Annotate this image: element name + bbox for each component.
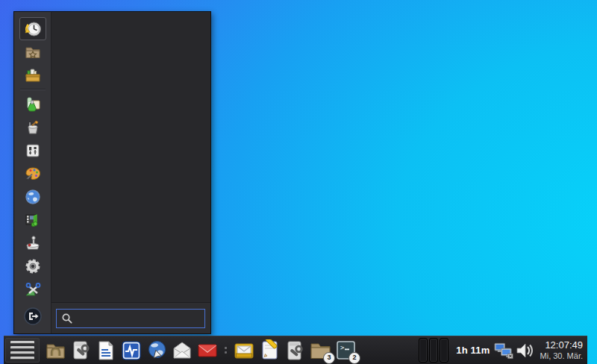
desktop-pager xyxy=(419,338,448,363)
svg-text:>: > xyxy=(340,344,345,351)
toolbox-icon xyxy=(24,66,42,84)
scissors-icon xyxy=(24,280,42,298)
launcher-file-search[interactable] xyxy=(283,339,307,363)
home-folder-icon xyxy=(45,339,66,361)
launcher-text-editor[interactable] xyxy=(257,339,281,363)
system-monitor-icon xyxy=(121,340,142,361)
globe-icon xyxy=(24,188,42,206)
clock-applet[interactable]: 12:07:49 Mi, 30. Mär. xyxy=(538,339,585,363)
app-menu-search-row xyxy=(51,303,210,333)
sidebar-item-internet[interactable] xyxy=(19,185,46,208)
launcher-mail-client[interactable] xyxy=(196,339,219,363)
sidebar-item-utilities[interactable] xyxy=(19,277,46,301)
pager-desktop-2[interactable] xyxy=(429,338,438,363)
launcher-mail-inbox[interactable] xyxy=(232,339,256,363)
sidebar-item-graphics[interactable] xyxy=(19,162,46,185)
app-menu-button[interactable] xyxy=(5,338,40,363)
app-menu-list-viewport xyxy=(51,12,210,303)
mail-tray-icon xyxy=(233,339,255,362)
app-menu-sidebar xyxy=(14,12,51,333)
launcher-file-manager[interactable]: 3 xyxy=(308,339,332,363)
sidebar-item-all-applications[interactable] xyxy=(19,63,46,87)
launcher-system-tool[interactable] xyxy=(69,339,93,363)
launcher-terminal[interactable]: > 2 xyxy=(334,339,357,363)
search-input[interactable] xyxy=(73,313,204,324)
sidebar-item-settings[interactable] xyxy=(19,139,46,162)
launcher-home-folder[interactable] xyxy=(43,339,67,363)
clock-time: 12:07:49 xyxy=(540,340,583,351)
sidebar-item-favorites[interactable] xyxy=(19,40,46,63)
clock-date: Mi, 30. Mär. xyxy=(540,351,583,361)
red-envelope-icon xyxy=(196,339,219,362)
panel-separator-handle xyxy=(225,347,227,354)
launcher-libreoffice[interactable] xyxy=(94,339,118,363)
gear-icon xyxy=(24,257,42,275)
sidebar-item-education-science[interactable] xyxy=(19,92,46,116)
app-menu-popup xyxy=(13,11,211,334)
network-monitor-icon[interactable] xyxy=(494,341,513,360)
favorites-folder-icon xyxy=(24,43,42,61)
pager-desktop-3[interactable] xyxy=(440,338,448,363)
drive-wrench-icon xyxy=(70,339,92,361)
launcher-web-browser[interactable] xyxy=(145,339,169,363)
libreoffice-document-icon xyxy=(96,340,116,361)
control-panel-icon xyxy=(24,142,42,160)
palette-icon xyxy=(24,165,42,183)
launcher-mail-open[interactable] xyxy=(170,339,194,363)
filmstrip-note-icon xyxy=(24,211,42,229)
sidebar-item-multimedia[interactable] xyxy=(19,208,46,231)
notepad-pencil-icon xyxy=(259,339,281,361)
sidebar-item-system[interactable] xyxy=(19,254,46,277)
sidebar-item-logout[interactable] xyxy=(19,304,46,327)
paint-bucket-icon xyxy=(24,119,42,136)
app-menu-content xyxy=(51,12,210,333)
joystick-icon xyxy=(24,234,42,252)
search-icon xyxy=(61,313,73,324)
sidebar-item-look-and-feel[interactable] xyxy=(19,116,46,139)
logout-icon xyxy=(23,307,43,326)
panel-tray: 1h 11m 12:07:49 Mi, 30. Mär. xyxy=(419,336,587,364)
pager-desktop-1[interactable] xyxy=(419,338,428,363)
launcher-system-monitor[interactable] xyxy=(119,339,143,363)
window-count-badge: 2 xyxy=(348,352,360,364)
science-flask-icon xyxy=(24,95,42,113)
uptime-label[interactable]: 1h 11m xyxy=(456,345,490,356)
sidebar-separator xyxy=(20,89,46,90)
taskbar-panel: 3 > 2 1h 11m xyxy=(4,336,587,364)
panel-launchers: 3 > 2 xyxy=(5,336,358,364)
sidebar-item-games[interactable] xyxy=(19,231,46,254)
volume-speaker-icon[interactable] xyxy=(515,341,534,360)
search-box xyxy=(56,309,205,328)
browser-globe-icon xyxy=(146,339,168,361)
history-clock-icon xyxy=(24,20,42,38)
page-wrench-icon xyxy=(284,340,305,361)
open-envelope-icon xyxy=(171,339,193,362)
sidebar-item-recently-used[interactable] xyxy=(19,17,46,40)
